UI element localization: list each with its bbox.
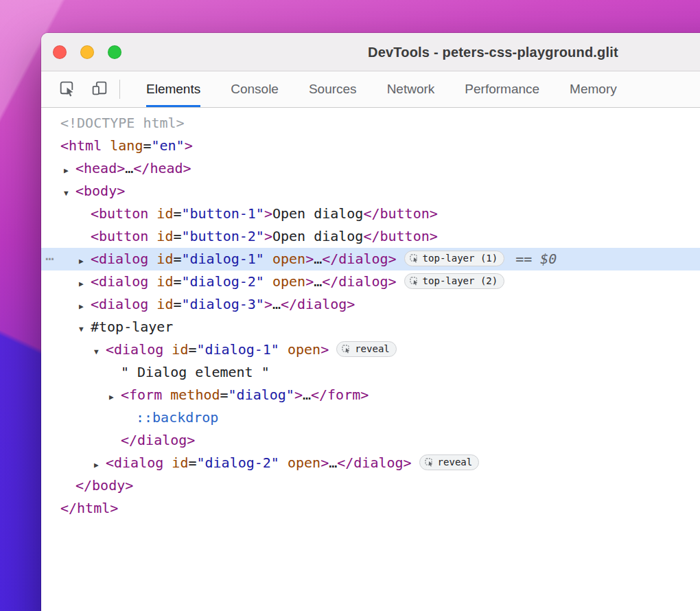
- code-token: [264, 251, 272, 267]
- code-token: </dialog>: [322, 273, 396, 290]
- code-token: <dialog: [106, 454, 163, 471]
- badge-label: top-layer (1): [423, 247, 498, 270]
- tree-row[interactable]: ▶<head>…</head>: [41, 157, 700, 180]
- code-token: <body>: [75, 183, 125, 199]
- tree-row[interactable]: <html lang="en">: [41, 135, 700, 157]
- tree-row[interactable]: ⋯▶<dialog id="dialog-1" open>…</dialog>t…: [41, 248, 700, 270]
- selected-node-console-ref: $0: [540, 251, 557, 267]
- code-token: [148, 273, 156, 290]
- code-token: </form>: [311, 387, 369, 403]
- expand-arrow-right-icon[interactable]: ▶: [64, 159, 75, 182]
- code-token: [148, 251, 156, 267]
- tab-memory[interactable]: Memory: [555, 71, 632, 107]
- tab-label: Console: [231, 82, 279, 97]
- code-token: </button>: [363, 228, 437, 244]
- code-token: <button: [91, 205, 148, 222]
- top-layer-badge[interactable]: top-layer (1): [404, 251, 505, 266]
- tree-row[interactable]: <!DOCTYPE html>: [41, 112, 700, 135]
- code-token: >: [264, 296, 272, 312]
- code-token: >: [320, 454, 329, 471]
- tree-row[interactable]: <button id="button-1">Open dialog</butto…: [41, 203, 700, 225]
- reveal-badge[interactable]: reveal: [336, 341, 397, 357]
- code-token: <dialog: [91, 296, 148, 312]
- badge-label: reveal: [438, 451, 473, 474]
- expand-arrow-right-icon[interactable]: ▶: [79, 273, 91, 295]
- tree-row[interactable]: ▼<dialog id="dialog-1" open>reveal: [41, 338, 700, 361]
- badge-label: reveal: [355, 338, 390, 360]
- tree-row[interactable]: </dialog>: [41, 429, 700, 452]
- code-token: [162, 387, 170, 403]
- desktop-wallpaper: { "colors": { "accent": "#1a73e8", "sele…: [0, 0, 700, 611]
- minimize-button[interactable]: [80, 45, 94, 59]
- toolbar-icon-group: [41, 71, 110, 107]
- traffic-lights: [53, 45, 121, 59]
- inspect-icon: [58, 79, 76, 100]
- code-token: >: [305, 251, 314, 267]
- expand-arrow-right-icon[interactable]: ▶: [79, 250, 91, 273]
- expand-arrow-right-icon[interactable]: ▶: [109, 386, 121, 408]
- tree-row[interactable]: ▼<body>: [41, 180, 700, 203]
- code-token: id: [156, 251, 173, 267]
- code-token: >: [305, 273, 314, 290]
- expand-arrow-down-icon[interactable]: ▼: [79, 318, 91, 341]
- tree-row[interactable]: <button id="button-2">Open dialog</butto…: [41, 225, 700, 248]
- tab-elements[interactable]: Elements: [131, 71, 215, 107]
- tree-row[interactable]: ▶<form method="dialog">…</form>: [41, 384, 700, 406]
- code-token: <dialog: [106, 341, 163, 358]
- code-token: id: [172, 341, 188, 358]
- code-token: ::backdrop: [136, 409, 218, 426]
- code-token: id: [156, 205, 173, 222]
- tree-row[interactable]: </body>: [41, 474, 700, 497]
- code-token: " Dialog element ": [121, 364, 270, 380]
- window-titlebar[interactable]: DevTools - peters-css-playground.glit: [41, 33, 700, 71]
- code-token: </dialog>: [281, 296, 355, 312]
- reveal-badge-icon: [342, 345, 351, 354]
- close-button[interactable]: [53, 45, 67, 59]
- expand-arrow-down-icon[interactable]: ▼: [94, 341, 106, 363]
- code-token: "dialog-2": [196, 454, 279, 471]
- top-layer-badge[interactable]: top-layer (2): [404, 273, 505, 289]
- code-token: …: [303, 387, 311, 403]
- code-token: …: [125, 160, 133, 176]
- tree-row[interactable]: ::backdrop: [41, 406, 700, 429]
- code-token: open: [288, 454, 320, 471]
- reveal-badge[interactable]: reveal: [419, 454, 480, 470]
- window-title: DevTools - peters-css-playground.glit: [368, 33, 618, 71]
- device-toolbar-button[interactable]: [89, 79, 110, 100]
- tab-sources[interactable]: Sources: [294, 71, 372, 107]
- code-token: "dialog-2": [181, 273, 264, 290]
- code-token: <form: [121, 387, 162, 403]
- expand-arrow-right-icon[interactable]: ▶: [94, 454, 106, 476]
- code-token: id: [156, 228, 173, 244]
- tree-row[interactable]: ▼#top-layer: [41, 316, 700, 338]
- top-layer-badge-icon: [410, 277, 419, 286]
- tab-console[interactable]: Console: [215, 71, 294, 107]
- tab-network[interactable]: Network: [372, 71, 450, 107]
- code-token: </body>: [75, 477, 133, 494]
- code-token: <head>: [75, 160, 125, 176]
- code-token: [279, 341, 288, 358]
- more-actions-icon[interactable]: ⋯: [45, 248, 55, 270]
- inspect-button[interactable]: [56, 79, 77, 100]
- dom-tree: <!DOCTYPE html><html lang="en">▶<head>…<…: [41, 108, 700, 611]
- tab-performance[interactable]: Performance: [450, 71, 555, 107]
- expand-arrow-right-icon[interactable]: ▶: [79, 295, 91, 318]
- code-token: =: [173, 228, 181, 244]
- expand-arrow-down-icon[interactable]: ▼: [64, 182, 75, 205]
- code-token: "dialog-1": [181, 251, 264, 267]
- fullscreen-button[interactable]: [108, 45, 121, 59]
- devtools-tabs: ElementsConsoleSourcesNetworkPerformance…: [131, 71, 632, 107]
- tab-label: Memory: [570, 82, 617, 97]
- tree-row[interactable]: ▶<dialog id="dialog-2" open>…</dialog>to…: [41, 270, 700, 293]
- code-token: [148, 205, 156, 222]
- tree-row[interactable]: ▶<dialog id="dialog-3">…</dialog>: [41, 293, 700, 316]
- tree-row[interactable]: </html>: [41, 497, 700, 520]
- code-token: </dialog>: [121, 432, 195, 448]
- tree-row[interactable]: ▶<dialog id="dialog-2" open>…</dialog>re…: [41, 452, 700, 474]
- code-token: >: [264, 228, 272, 244]
- top-layer-badge-icon: [410, 254, 419, 263]
- code-token: >: [185, 137, 193, 154]
- code-token: "dialog": [229, 387, 294, 403]
- device-toolbar-icon: [91, 79, 109, 100]
- tree-row[interactable]: " Dialog element ": [41, 361, 700, 384]
